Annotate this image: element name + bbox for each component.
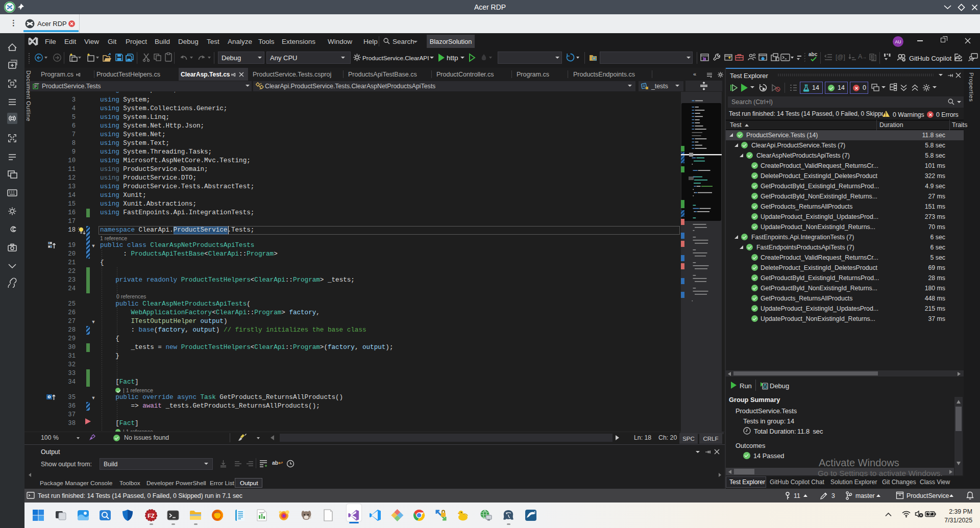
svg-text:FZ: FZ: [148, 513, 155, 519]
